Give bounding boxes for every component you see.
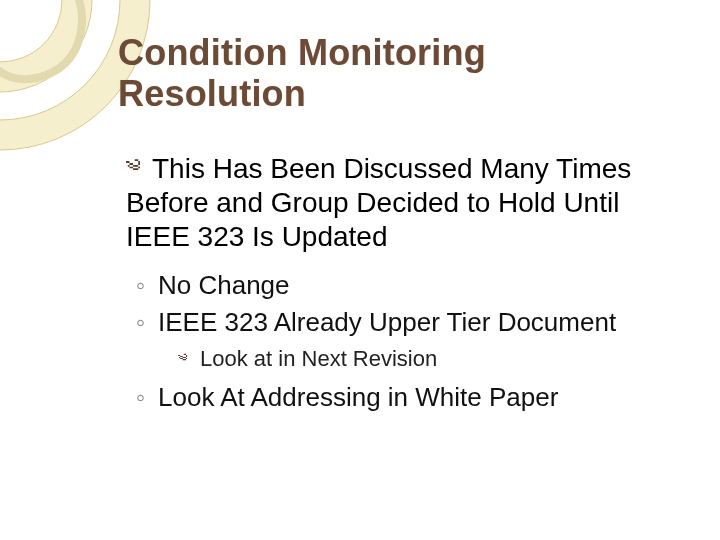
slide-title: Condition Monitoring Resolution (118, 32, 680, 115)
bullet-lvl2-text: No Change (158, 270, 290, 300)
bullet-lvl2: ◦Look At Addressing in White Paper (136, 380, 670, 415)
slide: Condition Monitoring Resolution ༄This Ha… (0, 0, 720, 540)
bullet-lvl3: ༄Look at in Next Revision (178, 344, 670, 374)
bullet-swirl-icon: ༄ (126, 151, 152, 185)
bullet-lvl2-text: Look At Addressing in White Paper (158, 382, 558, 412)
slide-body: ༄This Has Been Discussed Many Times Befo… (126, 151, 670, 415)
bullet-lvl2: ◦No Change (136, 268, 670, 303)
bullet-ring-icon: ◦ (136, 380, 158, 415)
bullet-lvl1-text: This Has Been Discussed Many Times Befor… (126, 153, 631, 252)
bullet-ring-icon: ◦ (136, 305, 158, 340)
bullet-ring-icon: ◦ (136, 268, 158, 303)
bullet-lvl1: ༄This Has Been Discussed Many Times Befo… (126, 151, 670, 254)
bullet-lvl3-text: Look at in Next Revision (200, 346, 437, 371)
bullet-swirl-icon: ༄ (178, 347, 200, 371)
bullet-lvl2: ◦IEEE 323 Already Upper Tier Document (136, 305, 670, 340)
bullet-lvl2-text: IEEE 323 Already Upper Tier Document (158, 307, 616, 337)
